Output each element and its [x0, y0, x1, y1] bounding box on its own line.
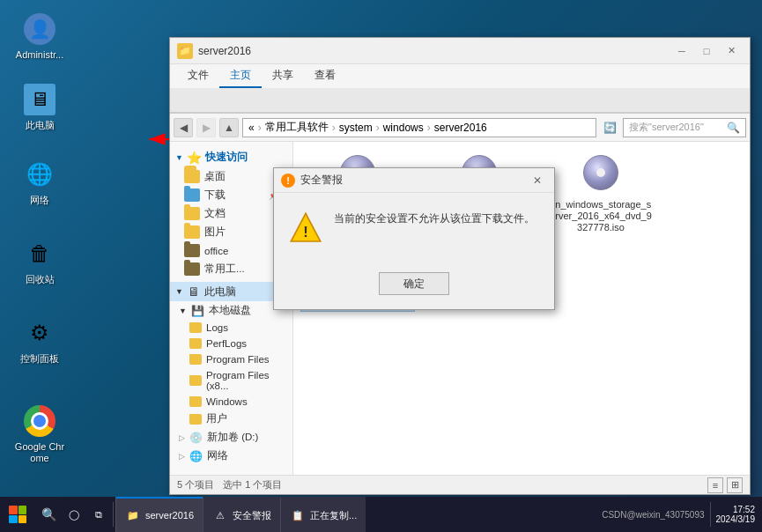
taskbar-alert-icon: ⚠ [212, 507, 228, 523]
desktop-icon-admin[interactable]: 👤 Administr... [9, 9, 70, 64]
address-bar: ◀ ▶ ▲ « › 常用工具软件 › system › windows › se… [170, 114, 750, 142]
thispc-label: 此电脑 [204, 285, 236, 299]
sidebar-item-downloads-label: 下载 [204, 188, 226, 202]
folder-pfx86-icon [189, 375, 202, 386]
statusbar: 5 个项目 选中 1 个项目 ≡ ⊞ [170, 475, 750, 494]
taskbar-app-copy[interactable]: 📋 正在复制... [280, 497, 366, 532]
taskbar-divider [113, 502, 114, 527]
desktop: 👤 Administr... 🖥 此电脑 🌐 网络 🗑 回收站 ⚙ 控制面板 G… [0, 0, 762, 532]
sidebar-item-programfilesx86[interactable]: Program Files (x8... [170, 367, 292, 394]
sidebar-item-newd[interactable]: ▷ 💿 新加卷 (D:) [170, 428, 292, 447]
view-detail-button[interactable]: ≡ [707, 477, 723, 493]
dialog-footer: 确定 [274, 263, 554, 309]
taskbar-csdn-label: CSDN@weixin_43075093 [602, 510, 704, 520]
folder-desktop-icon [184, 170, 200, 183]
maximize-button[interactable]: □ [695, 42, 718, 60]
chrome-icon [23, 404, 56, 438]
controlpanel-label: 控制面板 [20, 353, 59, 365]
iso-disc3-icon [583, 155, 618, 190]
quickaccess-label: 快速访问 [205, 150, 248, 165]
taskbar-systray: CSDN@weixin_43075093 17:52 2024/3/19 [595, 502, 762, 527]
taskbar-app-label-3: 正在复制... [310, 509, 357, 522]
sidebar-item-desktop-label: 桌面 [204, 170, 226, 183]
sidebar-item-pictures-label: 图片 [204, 225, 226, 239]
desktop-icon-computer[interactable]: 🖥 此电脑 [9, 79, 70, 135]
network-sidebar-icon: 🌐 [189, 450, 203, 462]
minimize-button[interactable]: ─ [670, 42, 693, 60]
sidebar-header-quickaccess[interactable]: ▼ ⭐ 快速访问 [170, 147, 292, 167]
network-sidebar-label: 网络 [207, 449, 228, 462]
sidebar-item-logs[interactable]: Logs [170, 320, 292, 336]
taskbar-apps: 📁 server2016 ⚠ 安全警报 📋 正在复制... [115, 497, 595, 532]
network-label: 网络 [30, 195, 49, 206]
sidebar-item-windows[interactable]: Windows [170, 394, 292, 410]
start-button[interactable] [0, 497, 35, 532]
file-explorer-titlebar: 📁 server2016 ─ □ ✕ [170, 38, 750, 64]
programfilesx86-label: Program Files (x8... [206, 370, 278, 391]
ribbon-content [170, 88, 750, 113]
newd-label: 新加卷 (D:) [207, 431, 258, 444]
localdisk-expand-icon: ▼ [179, 307, 187, 315]
desktop-icon-controlpanel[interactable]: ⚙ 控制面板 [9, 313, 70, 368]
refresh-button[interactable]: 🔄 [600, 118, 619, 137]
dialog-title-icon: ! [281, 174, 295, 188]
folder-downloads-icon [184, 188, 200, 202]
computer-sidebar-icon: 🖥 [188, 284, 200, 299]
search-box[interactable]: 搜索"server2016" 🔍 [623, 118, 746, 137]
folder-logs-icon [189, 322, 202, 333]
taskbar-app-server2016[interactable]: 📁 server2016 [115, 497, 203, 532]
folder-pf-icon [189, 354, 202, 365]
taskbar-app-alert[interactable]: ⚠ 安全警报 [203, 497, 280, 532]
localdisk-label: 本地磁盘 [209, 304, 251, 317]
security-dialog: ! 安全警报 ✕ ! 当前的安全设置不允许从该位置下载文件。 确定 [273, 167, 555, 310]
tab-file[interactable]: 文件 [177, 64, 219, 88]
close-button[interactable]: ✕ [720, 42, 743, 60]
recycle-icon: 🗑 [23, 237, 56, 270]
tab-share[interactable]: 共享 [262, 64, 304, 88]
sidebar-item-programfiles[interactable]: Program Files [170, 351, 292, 367]
folder-documents-icon [184, 207, 200, 220]
tab-view[interactable]: 查看 [304, 64, 346, 88]
desktop-icon-recycle[interactable]: 🗑 回收站 [9, 233, 70, 289]
taskbar-app-label-2: 安全警报 [233, 509, 271, 522]
taskbar-folder-icon: 📁 [125, 507, 141, 523]
taskbar-cortana-button[interactable]: ◯ [62, 497, 86, 532]
window-buttons: ─ □ ✕ [670, 42, 743, 60]
perflogs-label: PerfLogs [206, 338, 247, 349]
file-item-iso3[interactable]: cn_windows_storage_server_2016_x64_dvd_9… [544, 149, 658, 239]
folder-perf-icon [189, 338, 202, 349]
sidebar-item-network[interactable]: ▷ 🌐 网络 [170, 447, 292, 465]
warning-icon: ! [288, 211, 323, 246]
path-segment-2: system [339, 122, 373, 134]
dialog-titlebar: ! 安全警报 ✕ [274, 168, 554, 193]
dialog-ok-button[interactable]: 确定 [379, 272, 449, 295]
sidebar-item-perflogs[interactable]: PerfLogs [170, 336, 292, 351]
dialog-close-button[interactable]: ✕ [528, 173, 547, 188]
file-explorer-title: server2016 [198, 45, 670, 57]
taskbar-clock[interactable]: 17:52 2024/3/19 [716, 505, 756, 524]
admin-icon: 👤 [23, 12, 56, 46]
taskbar-search-button[interactable]: 🔍 [35, 497, 62, 532]
taskbar-copy-icon: 📋 [290, 507, 306, 523]
computer-label: 此电脑 [26, 120, 55, 131]
taskbar-taskview-button[interactable]: ⧉ [86, 497, 111, 532]
iso3-label: cn_windows_storage_server_2016_x64_dvd_9… [548, 199, 654, 234]
sidebar-item-users[interactable]: 用户 [170, 410, 292, 428]
network-icon: 🌐 [23, 158, 56, 191]
view-tile-button[interactable]: ⊞ [727, 477, 743, 493]
statusbar-view-buttons: ≡ ⊞ [707, 477, 743, 493]
up-button[interactable]: ▲ [219, 118, 239, 137]
desktop-icon-network[interactable]: 🌐 网络 [9, 154, 70, 210]
address-path[interactable]: « › 常用工具软件 › system › windows › server20… [242, 118, 596, 137]
sidebar-item-tools-label: 常用工... [204, 262, 245, 276]
search-icon: 🔍 [727, 122, 740, 134]
folder-office-icon [184, 244, 200, 257]
forward-button[interactable]: ▶ [196, 118, 216, 137]
users-label: 用户 [206, 412, 227, 425]
path-segment-0: « [248, 122, 255, 134]
systray-divider [710, 502, 711, 527]
back-button[interactable]: ◀ [174, 118, 193, 137]
folder-users-icon [189, 414, 202, 425]
tab-home[interactable]: 主页 [219, 64, 262, 88]
desktop-icon-chrome[interactable]: Google Chrome [9, 401, 70, 468]
